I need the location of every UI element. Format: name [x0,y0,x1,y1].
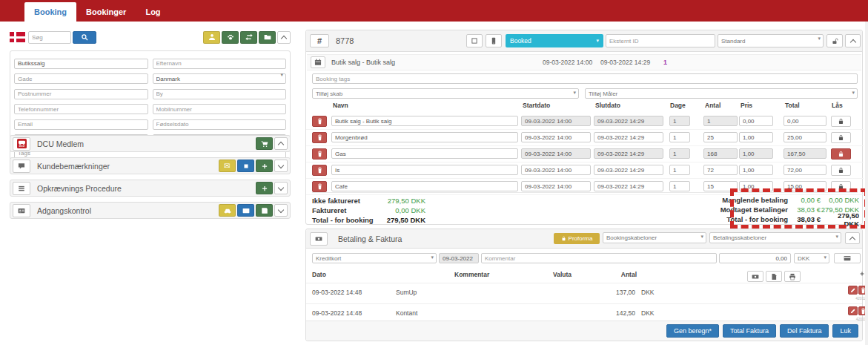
row-price-input[interactable] [739,132,773,142]
form-input[interactable] [14,104,148,114]
row-qty-input[interactable] [703,165,738,175]
booking-templates-select[interactable]: Bookingskabeloner [603,232,706,243]
footer-action-button[interactable]: Del Faktura [780,324,829,338]
row-end-input[interactable] [594,116,663,126]
delete-row-button[interactable] [312,132,327,143]
delete-row-button[interactable] [312,116,327,127]
section-action-button[interactable] [237,204,254,217]
row-qty-input[interactable] [703,181,738,191]
section-action-button[interactable] [237,160,254,172]
nav-tab[interactable]: Log [136,2,170,22]
row-total-input[interactable] [783,165,826,175]
add-locker-select[interactable]: Tilføj skab [312,88,579,99]
form-input[interactable] [14,59,148,69]
booking-group-row[interactable]: Butik salg - Butik salg 09-03-2022 14:00… [307,54,861,70]
section-action-button[interactable] [256,160,273,172]
form-input[interactable] [14,119,148,130]
row-qty-input[interactable] [703,148,738,159]
section-action-button[interactable] [219,204,236,217]
booking-collapse-button[interactable] [845,34,861,47]
edit-payment-button[interactable] [848,286,858,295]
customer-search-input[interactable] [28,31,71,44]
row-lock-button[interactable] [831,165,851,176]
row-name-input[interactable] [331,148,518,159]
row-name-input[interactable] [331,165,518,175]
row-price-input[interactable] [739,181,773,191]
row-start-input[interactable] [521,116,591,126]
booking-tags-input[interactable] [312,73,858,84]
section-bar[interactable]: DCU DCU Medlem [10,135,291,152]
mobile-button[interactable] [486,34,502,47]
search-button[interactable] [73,31,96,44]
section-bar[interactable]: Kundebemærkninger ✉ [10,157,291,174]
form-input[interactable] [153,119,287,130]
row-end-input[interactable] [594,181,663,191]
row-total-input[interactable] [783,181,826,191]
row-start-input[interactable] [521,148,591,159]
payment-method-select[interactable]: Kreditkort [312,253,437,263]
payment-collapse-button[interactable] [845,232,860,244]
payment-amount-input[interactable] [719,253,791,263]
row-start-input[interactable] [521,181,591,191]
row-lock-button[interactable] [831,116,851,127]
row-end-input[interactable] [594,132,663,142]
row-name-input[interactable] [331,181,518,191]
delete-row-button[interactable] [312,148,327,160]
section-collapse-button[interactable] [274,204,288,217]
proforma-badge[interactable]: Proforma [554,233,600,244]
row-price-input[interactable] [739,148,773,159]
scrollbar[interactable] [865,22,868,345]
external-id-input[interactable] [606,34,715,47]
payment-date-input[interactable] [439,253,479,263]
money-button[interactable] [747,271,763,282]
note-button[interactable] [466,34,483,47]
form-input[interactable] [153,59,287,69]
row-total-input[interactable] [783,116,826,126]
row-days-input[interactable] [669,181,690,191]
footer-action-button[interactable]: Total Faktura [723,324,776,338]
form-input[interactable] [153,73,287,84]
section-action-button[interactable] [256,182,273,194]
section-action-button[interactable]: ✉ [219,160,236,172]
row-qty-input[interactable] [703,132,738,142]
row-end-input[interactable] [594,148,663,159]
delete-row-button[interactable] [312,165,327,176]
nav-tab[interactable]: Bookinger [76,2,136,22]
form-input[interactable] [14,89,148,99]
row-lock-button[interactable] [831,148,851,160]
row-name-input[interactable] [331,132,518,142]
add-meter-select[interactable]: Tilføj Måler [585,88,858,99]
customer-toolbar-button[interactable] [259,31,276,44]
unlock-button[interactable] [826,34,843,47]
currency-select[interactable]: DKK [794,253,829,263]
row-days-input[interactable] [669,148,690,159]
payment-templates-select[interactable]: Betalingsskabeloner [709,232,841,243]
payment-comment-input[interactable] [481,253,717,263]
section-collapse-button[interactable] [274,160,288,172]
customer-collapse-button[interactable] [277,31,291,44]
section-bar[interactable]: Adgangskontrol [10,202,291,219]
add-payment-button[interactable] [834,253,861,263]
booking-status-select[interactable]: Booked [506,34,603,47]
row-lock-button[interactable] [831,181,851,192]
footer-action-button[interactable]: Luk [832,324,858,338]
customer-toolbar-button[interactable] [240,31,257,44]
row-start-input[interactable] [521,165,591,175]
row-total-input[interactable] [783,148,826,159]
form-input[interactable] [14,73,148,84]
row-start-input[interactable] [521,132,591,142]
row-days-input[interactable] [669,116,690,126]
row-total-input[interactable] [783,132,826,142]
section-action-button[interactable] [256,204,273,217]
section-bar[interactable]: Opkrævnings Procedure [10,180,291,197]
row-end-input[interactable] [594,165,663,175]
row-price-input[interactable] [739,165,773,175]
document-button[interactable] [766,271,782,282]
row-days-input[interactable] [669,165,690,175]
section-collapse-button[interactable] [274,182,288,194]
customer-toolbar-button[interactable] [203,31,220,44]
section-action-button[interactable] [256,137,273,150]
customer-toolbar-button[interactable] [222,31,239,44]
row-qty-input[interactable] [703,116,738,126]
form-input[interactable] [153,104,287,114]
